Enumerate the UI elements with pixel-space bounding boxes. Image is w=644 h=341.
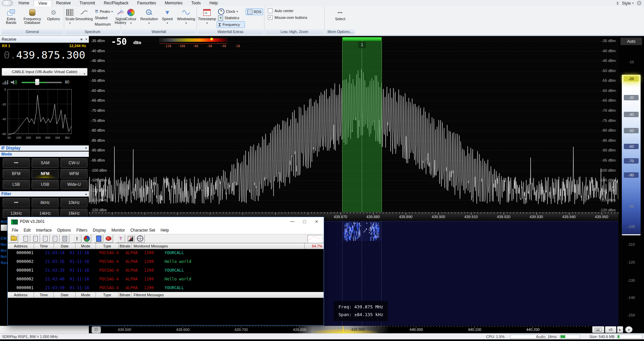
alert-icon[interactable]: ! bbox=[72, 235, 81, 243]
level-chip-m40[interactable]: -40 bbox=[624, 112, 639, 117]
close-button[interactable]: × bbox=[311, 217, 322, 226]
pdw-column-date[interactable]: Date bbox=[54, 292, 76, 298]
pdw-title-bar[interactable]: PDW v3.2b01 — □ × bbox=[8, 217, 324, 227]
help-balloon-icon[interactable]: ? bbox=[116, 235, 125, 243]
level-chip-m70[interactable]: -70 bbox=[624, 158, 639, 164]
volume-slider[interactable] bbox=[22, 82, 62, 83]
speaker-icon[interactable] bbox=[10, 79, 17, 86]
pdw-message-row[interactable]: 000000121:43:1401-11-18POCSAG-4ALPHA1200… bbox=[8, 249, 324, 256]
extra-bands-button[interactable]: Extra Bands bbox=[2, 7, 21, 25]
mode-button-bfm[interactable]: BFM bbox=[3, 169, 30, 178]
zoom-step-arrow-button[interactable]: ▸ bbox=[617, 326, 623, 333]
pdw-menu-help[interactable]: Help bbox=[158, 228, 172, 233]
shaded-button[interactable]: Shaded bbox=[94, 15, 114, 21]
select-button[interactable]: •••Select bbox=[331, 7, 350, 21]
mode-button-sam[interactable]: SAM bbox=[32, 158, 59, 168]
tab-home[interactable]: Home bbox=[14, 0, 34, 6]
colour-button[interactable]: Colour▾ bbox=[122, 7, 140, 25]
pdw-filtered-list[interactable] bbox=[8, 298, 324, 325]
auto-level-button[interactable]: Auto bbox=[620, 38, 642, 45]
options-button[interactable]: ⚙Options bbox=[44, 7, 63, 21]
pdw-menu-character-set[interactable]: Character Set bbox=[128, 228, 158, 233]
windowing-button[interactable]: Windowing▾ bbox=[177, 7, 195, 25]
mouse-over-buttons-checkbox[interactable]: ✓Mouse-over buttons bbox=[268, 14, 307, 21]
receive-panel-header[interactable]: Receive ▾× bbox=[0, 36, 89, 43]
pdw-column-mode[interactable]: Mode bbox=[76, 243, 96, 249]
speed-button[interactable]: ▼Speed▾ bbox=[158, 7, 176, 25]
level-chip-m50[interactable]: -50 bbox=[624, 128, 639, 133]
rx-marker-badge[interactable]: 1 bbox=[358, 42, 366, 48]
tuned-frequency[interactable]: 0.439.875.300 bbox=[0, 49, 89, 61]
mode-button-wfm[interactable]: WFM bbox=[61, 169, 87, 178]
pdw-menu-options[interactable]: Options bbox=[55, 228, 74, 233]
clock-button[interactable]: Clock▾ bbox=[217, 8, 245, 14]
style-button[interactable]: Style▾ bbox=[622, 1, 634, 6]
band-overview-bar[interactable]: ⏻ 439.500439.600439.700439.800439.900440… bbox=[89, 326, 636, 333]
app-menu-button[interactable] bbox=[2, 0, 13, 6]
power-icon[interactable]: ⏻ bbox=[92, 326, 101, 333]
maximum-button[interactable]: Maximum bbox=[94, 21, 114, 27]
pdw-message-row[interactable]: 000000121:43:5901-11-18POCSAG-4ALPHA1200… bbox=[8, 284, 324, 291]
minimize-button[interactable]: — bbox=[287, 217, 298, 226]
pdw-message-list[interactable]: 000000121:43:1401-11-18POCSAG-4ALPHA1200… bbox=[8, 249, 324, 292]
pdw-menu-interface[interactable]: Interface bbox=[33, 228, 55, 233]
pdw-column-type[interactable]: Type bbox=[96, 243, 119, 249]
pdw-message-row[interactable]: 000000221:43:4001-11-18POCSAG-4ALPHA1200… bbox=[8, 276, 324, 282]
if-display-section-header[interactable]: IF Display▾ bbox=[0, 145, 89, 151]
level-chip-m30[interactable]: -30 bbox=[624, 95, 639, 100]
mode-button-wideu[interactable]: Wide-U bbox=[61, 180, 87, 189]
open-folder-icon[interactable] bbox=[9, 235, 18, 243]
tab-rec-playback[interactable]: Rec/Playback bbox=[99, 0, 133, 6]
colour-gradient-bar[interactable] bbox=[159, 38, 227, 42]
pdw-column-type[interactable]: Type bbox=[96, 292, 119, 298]
tab-view[interactable]: View bbox=[34, 0, 52, 6]
mode-button-usb[interactable]: USB bbox=[32, 180, 59, 189]
frequency-toggle-button[interactable]: ΣFrequency bbox=[217, 21, 245, 28]
pdw-column-address[interactable]: Address bbox=[8, 292, 34, 298]
collapse-panel-icon[interactable]: ▾ bbox=[80, 36, 82, 43]
copy-page-icon[interactable] bbox=[21, 235, 30, 243]
gradient-marker-dot[interactable] bbox=[210, 38, 213, 40]
peaks-button[interactable]: ⇈Peaks▾ bbox=[94, 8, 114, 14]
pdw-column-bitrate[interactable]: Bitrate bbox=[119, 292, 132, 298]
keyboard-entry-button[interactable] bbox=[592, 326, 604, 333]
statistics-button[interactable]: 9Statistics bbox=[217, 15, 245, 21]
resolution-button[interactable]: +Resolution▾ bbox=[140, 7, 158, 25]
pdw-column-address[interactable]: Address bbox=[8, 243, 34, 249]
rx-selection-band[interactable]: 1 bbox=[342, 37, 382, 212]
volume-slider-handle[interactable] bbox=[35, 79, 39, 85]
frequency-database-button[interactable]: Frequency Database bbox=[21, 7, 43, 25]
invert-icon[interactable]: Z bbox=[126, 235, 135, 243]
fast-tune-button[interactable]: » bbox=[625, 326, 633, 333]
pdw-column-date[interactable]: Date bbox=[54, 243, 76, 249]
clipped-button-sliver[interactable] bbox=[1, 225, 7, 231]
paste-page-icon[interactable] bbox=[31, 235, 40, 243]
pdw-window[interactable]: PDW v3.2b01 — □ × FileEditInterfaceOptio… bbox=[7, 217, 324, 326]
maximize-button[interactable]: □ bbox=[299, 217, 310, 226]
settings-gear-icon[interactable]: ⚙ bbox=[636, 0, 642, 6]
timestamp-button[interactable]: Timestamp▾ bbox=[198, 7, 216, 25]
audio-device-select[interactable]: CABLE Input (VB-Audio Virtual Cable)▾ bbox=[2, 68, 87, 76]
tab-memories[interactable]: Memories bbox=[160, 0, 187, 6]
target-icon[interactable] bbox=[136, 235, 145, 243]
pdw-menu-display[interactable]: Display bbox=[90, 228, 109, 233]
mode-section-header[interactable]: Mode bbox=[0, 151, 89, 157]
stamp-icon[interactable] bbox=[60, 235, 69, 243]
tab-tools[interactable]: Tools bbox=[187, 0, 205, 6]
mode-button-cwu[interactable]: CW-U bbox=[61, 158, 87, 168]
mode-button-[interactable]: ••• bbox=[3, 198, 30, 207]
tab-receive[interactable]: Receive bbox=[52, 0, 75, 6]
pdw-message-row[interactable]: 000000221:43:1601-11-18POCSAG-4ALPHA1200… bbox=[8, 258, 324, 265]
pdw-menu-monitor[interactable]: Monitor bbox=[109, 228, 128, 233]
tab-help[interactable]: Help bbox=[205, 0, 222, 6]
pdw-column-messages[interactable]: Filtered Messages bbox=[132, 292, 324, 298]
scale-button[interactable]: Scale▾ bbox=[65, 7, 75, 25]
tab-transmit[interactable]: Transmit bbox=[75, 0, 99, 6]
pdw-column-bitrate[interactable]: Bitrate bbox=[119, 243, 132, 249]
pdw-menu-filters[interactable]: Filters bbox=[74, 228, 90, 233]
duplicate-page-icon[interactable] bbox=[41, 235, 50, 243]
pdw-message-row[interactable]: 000000121:43:3901-11-18POCSAG-4ALPHA1200… bbox=[8, 267, 324, 274]
rds-toggle-button[interactable]: RDS bbox=[246, 8, 263, 15]
pdw-menu-edit[interactable]: Edit bbox=[21, 228, 33, 233]
pdw-column-time[interactable]: Time bbox=[34, 243, 54, 249]
